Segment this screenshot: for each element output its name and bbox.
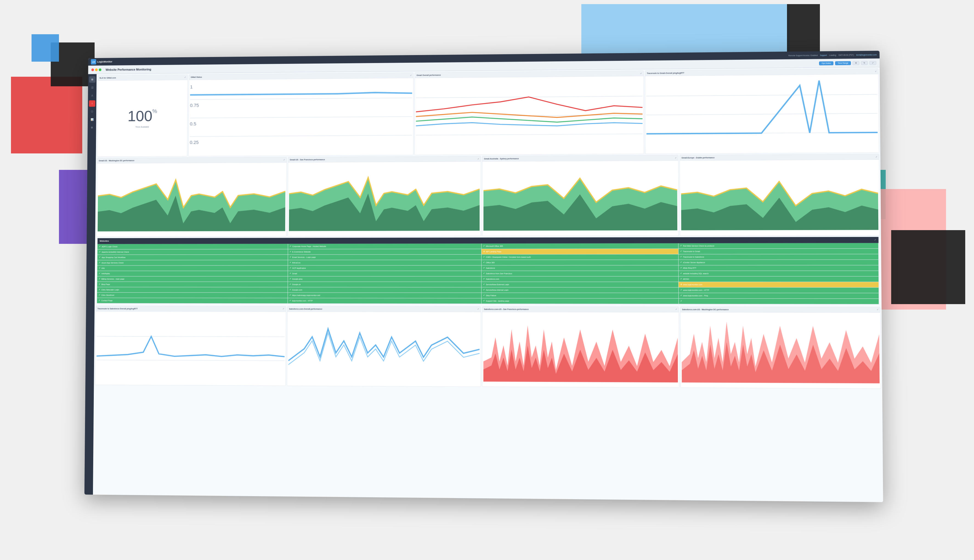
website-item[interactable]: ✓ www.logicmonitor.com - HTTP bbox=[678, 287, 879, 293]
website-name: App Shopping Cart Workflow bbox=[102, 257, 125, 258]
website-item[interactable]: ✓ Corporate Home Page - Hosted Website bbox=[288, 243, 481, 249]
website-item[interactable]: ✓ www.logicmonitor.com - Ping bbox=[679, 293, 879, 298]
sf-us-sf-title: Salesforce.com-US - San Francisco-perfor… bbox=[484, 308, 529, 310]
website-item[interactable]: ✓ GCP AppEngine bbox=[288, 265, 481, 271]
refresh-button[interactable]: ↻ bbox=[861, 61, 868, 65]
website-item[interactable]: ✓ website including SQL search bbox=[678, 271, 879, 276]
sf-us-sf-expand[interactable]: ⤢ bbox=[675, 308, 677, 310]
website-item[interactable]: ✓ Google.com bbox=[287, 287, 481, 293]
website-item[interactable]: ✓ Gmail bbox=[288, 271, 481, 277]
sf-us-dc-expand[interactable]: ⤢ bbox=[877, 308, 878, 311]
website-item[interactable]: ✓ ServiceNow-Internal Login bbox=[481, 287, 679, 293]
sidebar-item-resources[interactable]: ◫ bbox=[89, 84, 95, 91]
gmail-overall-expand[interactable]: ⤢ bbox=[640, 72, 642, 75]
website-item[interactable]: ✓ ADFS Login Check bbox=[97, 244, 288, 250]
gmail-status-chart: 1 0.75 0.5 0.25 bbox=[190, 79, 413, 155]
website-item[interactable]: ✓ vCenter Server Appliance bbox=[678, 260, 879, 265]
website-item[interactable]: ✓ WOSH bbox=[678, 277, 879, 282]
website-item[interactable]: ✓ Google-ping bbox=[287, 277, 481, 282]
traceroute-sf-expand[interactable]: ⤢ bbox=[283, 308, 284, 310]
website-item[interactable]: ✓ Citrix Storefront bbox=[97, 293, 287, 298]
support-link[interactable]: Support bbox=[820, 54, 827, 56]
website-name: Traceroute to Gmail bbox=[683, 250, 700, 252]
website-item[interactable]: ✓ Step Failure bbox=[481, 293, 679, 298]
website-item[interactable]: ✓ Contact Page bbox=[97, 298, 287, 303]
gmail-us-sf-panel: Gmail-US - San Francisco-performance ⤢ bbox=[287, 156, 481, 236]
website-item[interactable]: ✓ Blog Page bbox=[97, 282, 287, 287]
website-item[interactable]: ✓ E-Commerce Website bbox=[288, 249, 481, 255]
website-item[interactable]: ✓ Azure App Services Check bbox=[97, 260, 288, 265]
website-name: Apache ActiveMQ Internal Check bbox=[102, 251, 129, 253]
traceroute-gmail-chart bbox=[646, 75, 878, 153]
ops-notes-button[interactable]: Ops Notes bbox=[819, 61, 833, 65]
website-item[interactable]: ✓ O365 / Sharepoint Online / Scripted fo… bbox=[481, 254, 678, 260]
fullscreen-button[interactable]: ⤢ bbox=[870, 61, 876, 65]
main-content[interactable]: SLA for GMail.com ⤢ 100 % Time Available bbox=[93, 67, 883, 502]
website-item[interactable]: ✓ Support Site - landing page bbox=[481, 298, 679, 304]
website-item[interactable]: ✓ Office 365 bbox=[481, 260, 678, 265]
maximize-button[interactable] bbox=[99, 68, 102, 71]
website-item[interactable]: ✓ bbox=[679, 298, 879, 304]
check-icon: ✓ bbox=[289, 256, 291, 258]
window-controls bbox=[91, 68, 102, 71]
sidebar-item-maps[interactable]: ⬡ bbox=[89, 108, 95, 115]
website-item[interactable]: ✓ Salesforce from San Francisco bbox=[481, 271, 678, 276]
website-item[interactable]: ✓ Wide-Ring RTT bbox=[678, 265, 879, 271]
website-item[interactable]: ✓ Citrix Netscaler Login bbox=[97, 287, 287, 293]
website-item[interactable]: ✓ InfoRights bbox=[97, 271, 288, 277]
gmail-us-sf-expand[interactable]: ⤢ bbox=[478, 158, 479, 160]
website-item[interactable]: ✓ Billing Services - main page bbox=[97, 277, 287, 282]
website-name: Citrix Netscaler Login bbox=[102, 289, 119, 291]
website-item[interactable]: ✓ fintrust.eu bbox=[288, 260, 481, 265]
website-item[interactable]: ✓ Apache ActiveMQ Internal Check bbox=[97, 249, 288, 255]
website-item[interactable]: ✓ Salesforce.com bbox=[481, 277, 678, 282]
website-item[interactable]: ✓ Microsoft Office 365 bbox=[481, 243, 678, 249]
website-item[interactable]: ✓ https://adminapp.logicmonitor.net/ bbox=[287, 293, 481, 298]
website-item[interactable]: ⚠ WP Landing Page bbox=[481, 249, 678, 255]
website-name: bNc bbox=[102, 267, 105, 269]
check-icon: ✓ bbox=[680, 245, 682, 247]
website-item[interactable]: ✓ Email Services - Login page bbox=[288, 255, 481, 260]
website-item[interactable]: ✓ Google.uk bbox=[287, 282, 481, 287]
gmail-europe-expand[interactable]: ⤢ bbox=[875, 156, 877, 158]
minimize-button[interactable] bbox=[95, 68, 98, 71]
gmail-status-expand[interactable]: ⤢ bbox=[410, 74, 412, 77]
gmail-europe-panel: Gmail-Europe - Dublin-performance ⤢ bbox=[680, 154, 880, 236]
website-name: GCP AppEngine bbox=[292, 267, 306, 269]
website-item[interactable]: ✓ Salesforce bbox=[481, 265, 678, 271]
website-name: Billing Services - main page bbox=[102, 278, 125, 280]
website-item[interactable]: ⚠ www.logicmonitor.com bbox=[678, 282, 879, 288]
sidebar-item-dashboard[interactable]: ⊞ bbox=[89, 76, 95, 83]
sf-us-dc-chart bbox=[682, 313, 879, 387]
website-item[interactable]: ✓ ServiceNow-External Login bbox=[481, 282, 678, 287]
website-item[interactable]: ✓ logicmonitor.com - HTTP bbox=[287, 298, 481, 304]
websites-expand[interactable]: ⤢ bbox=[874, 238, 876, 241]
website-item[interactable]: ✓ App Shopping Cart Workflow bbox=[97, 255, 288, 260]
website-item[interactable]: ✓ Test Web Service Check by protocol bbox=[678, 243, 879, 249]
website-name: Salesforce from San Francisco bbox=[486, 273, 512, 275]
user-display: tech@logicmonitor.com bbox=[856, 54, 877, 56]
gmail-overall-panel: Gmail Overall performance ⤢ bbox=[414, 70, 644, 155]
gmail-australia-expand[interactable]: ⤢ bbox=[675, 157, 677, 159]
website-name: WOSH bbox=[683, 278, 689, 280]
website-item[interactable]: ✓ Traceroute to Gmail bbox=[678, 248, 879, 254]
traceroute-sf-title: Traceroute to Salesforce-Overall pingAvg… bbox=[97, 308, 138, 310]
time-range-button[interactable]: Time Range bbox=[835, 61, 851, 65]
website-item[interactable]: ✓ bNc bbox=[97, 265, 288, 271]
traceroute-gmail-expand[interactable]: ⤢ bbox=[875, 70, 877, 72]
websites-title: Websites bbox=[100, 240, 109, 242]
settings-button[interactable]: ⚙ bbox=[852, 61, 859, 65]
sf-overall-title: Salesforce.com-Overall-performance bbox=[289, 308, 322, 310]
website-item[interactable]: ✓ Traceroute to Salesforce bbox=[678, 254, 879, 260]
close-button[interactable] bbox=[91, 68, 94, 71]
sidebar-item-alerts[interactable]: ⚠ bbox=[89, 92, 95, 99]
sidebar-item-reports[interactable]: 📊 bbox=[89, 117, 95, 123]
sla-expand-icon[interactable]: ⤢ bbox=[184, 76, 186, 78]
sf-us-dc-panel: Salesforce.com-US - Washington DC-perfor… bbox=[680, 307, 881, 389]
time-display: GMT-08:00 (PST) bbox=[838, 54, 854, 56]
sidebar-item-settings[interactable]: ⚙ bbox=[89, 124, 95, 131]
check-icon: ✓ bbox=[289, 283, 291, 285]
gmail-us-dc-expand[interactable]: ⤢ bbox=[283, 158, 285, 161]
sf-overall-expand[interactable]: ⤢ bbox=[478, 308, 479, 310]
sidebar-item-alert-active[interactable]: ! bbox=[89, 100, 95, 107]
